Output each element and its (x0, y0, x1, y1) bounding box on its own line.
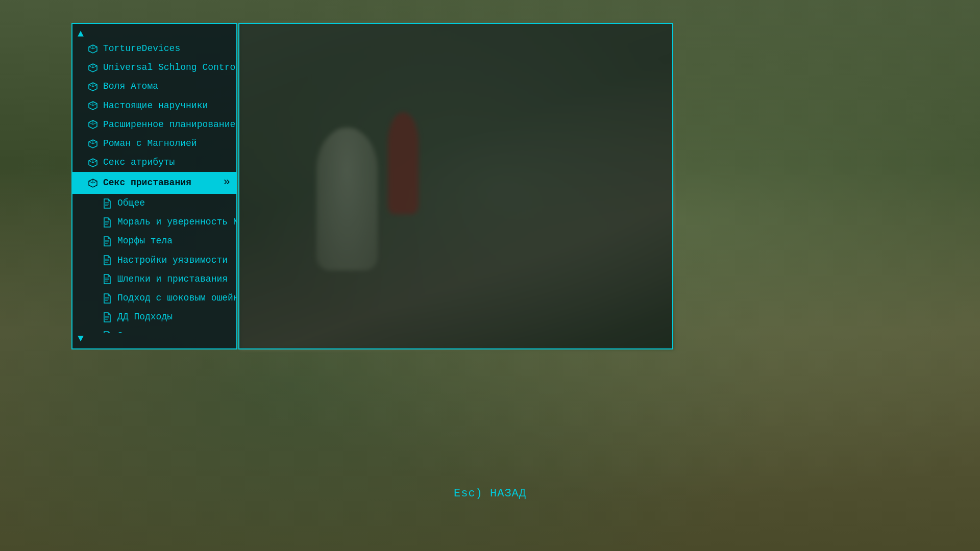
item-label-torture-devices: TortureDevices (103, 42, 180, 55)
cube-icon (88, 82, 98, 92)
item-label-moral-npc: Мораль и уверенность NPC (117, 216, 236, 229)
svg-line-26 (89, 161, 93, 163)
svg-line-14 (89, 104, 93, 106)
svg-line-23 (93, 142, 97, 144)
svg-line-7 (93, 66, 97, 68)
svg-line-22 (89, 142, 93, 144)
doc-icon (103, 312, 112, 322)
cube-icon (88, 178, 98, 188)
menu-item-naручники[interactable]: Настоящие наручники (72, 96, 236, 115)
item-label-roman-magnolia: Роман с Магнолией (103, 137, 197, 150)
menu-item-moral-npc[interactable]: Мораль и уверенность NPC (72, 213, 236, 232)
item-label-naручники: Настоящие наручники (103, 99, 208, 112)
item-label-sex-attributes: Секс атрибуты (103, 156, 175, 169)
svg-line-6 (89, 66, 93, 68)
menu-item-sex-pickups[interactable]: Секс подкаты (72, 327, 236, 333)
svg-line-27 (93, 161, 97, 163)
doc-icon (103, 236, 112, 246)
menu-item-sex-harassment[interactable]: Секс приставания» (72, 172, 236, 194)
doc-icon (103, 274, 112, 284)
menu-list: TortureDevices Universal Schlong Control… (72, 39, 236, 333)
back-button[interactable]: Esc) НАЗАД (454, 487, 526, 500)
item-label-sex-pickups: Секс подкаты (117, 330, 184, 333)
svg-line-30 (89, 181, 93, 183)
doc-icon (103, 293, 112, 304)
item-label-common: Общее (117, 197, 145, 210)
menu-item-usc[interactable]: Universal Schlong Controller (72, 58, 236, 77)
scroll-down-button[interactable]: ▼ (78, 333, 84, 344)
menu-item-family-planning[interactable]: Расширенное планирование семьи (72, 115, 236, 134)
cube-icon (88, 44, 98, 54)
cube-icon (88, 101, 98, 111)
menu-item-vulnerability[interactable]: Настройки уязвимости (72, 251, 236, 270)
cube-icon (88, 63, 98, 73)
menu-item-vola-atoma[interactable]: Воля Атома (72, 77, 236, 96)
left-panel: ▲ TortureDevices Universal Schlong Contr… (71, 23, 237, 349)
item-label-vola-atoma: Воля Атома (103, 80, 158, 93)
active-arrow: » (224, 175, 230, 191)
item-label-body-morphs: Морфы тела (117, 235, 173, 247)
item-label-vulnerability: Настройки уязвимости (117, 254, 228, 267)
cube-icon (88, 119, 98, 130)
item-label-sex-harassment: Секс приставания (103, 177, 191, 189)
item-label-usc: Universal Schlong Controller (103, 61, 236, 74)
bottom-bar: Esc) НАЗАД (0, 487, 980, 500)
svg-line-11 (93, 85, 97, 87)
doc-icon (103, 217, 112, 228)
doc-icon (103, 331, 112, 333)
menu-item-sex-attributes[interactable]: Секс атрибуты (72, 153, 236, 172)
svg-line-31 (93, 181, 97, 183)
svg-line-18 (89, 122, 93, 124)
svg-line-3 (93, 47, 97, 49)
svg-line-2 (89, 47, 93, 49)
item-label-spanks: Шлепки и приставания (117, 273, 228, 286)
item-label-family-planning: Расширенное планирование семьи (103, 118, 236, 131)
menu-item-shock-collar[interactable]: Подход с шоковым ошейником (72, 289, 236, 308)
scroll-up-button[interactable]: ▲ (78, 28, 84, 40)
menu-item-torture-devices[interactable]: TortureDevices (72, 39, 236, 58)
item-label-dd-approaches: ДД Подходы (117, 311, 173, 323)
svg-line-19 (93, 122, 97, 124)
svg-line-15 (93, 104, 97, 106)
item-label-shock-collar: Подход с шоковым ошейником (117, 292, 236, 305)
cube-icon (88, 139, 98, 149)
menu-item-spanks[interactable]: Шлепки и приставания (72, 270, 236, 289)
cube-icon (88, 158, 98, 168)
menu-item-roman-magnolia[interactable]: Роман с Магнолией (72, 134, 236, 153)
svg-line-10 (89, 85, 93, 87)
menu-item-dd-approaches[interactable]: ДД Подходы (72, 308, 236, 327)
right-panel (238, 23, 673, 349)
menu-item-body-morphs[interactable]: Морфы тела (72, 232, 236, 251)
doc-icon (103, 255, 112, 265)
menu-item-common[interactable]: Общее (72, 194, 236, 213)
doc-icon (103, 198, 112, 209)
